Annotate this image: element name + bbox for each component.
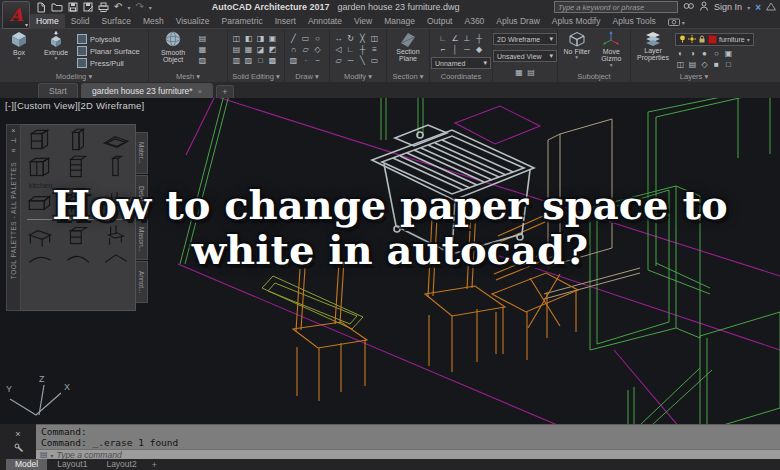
- thicken-icon[interactable]: ▦: [243, 45, 254, 55]
- save-as-icon[interactable]: [83, 2, 93, 12]
- close-icon[interactable]: ×: [198, 87, 203, 96]
- ribbon-tab-aplus-draw[interactable]: Aplus Draw: [490, 14, 545, 28]
- polygon-icon[interactable]: ◇: [312, 45, 323, 55]
- undo-dropdown-icon[interactable]: ▾: [127, 4, 130, 11]
- ribbon-tab-parametric[interactable]: Parametric: [216, 14, 269, 28]
- kitchen-worktop-block[interactable]: [101, 127, 131, 154]
- layer-off-icon[interactable]: ○: [711, 49, 722, 59]
- named-ucs-dropdown[interactable]: Unnamed▾: [431, 57, 491, 69]
- kitchen-tall-unit-block[interactable]: [63, 127, 93, 154]
- fillet-icon[interactable]: ∟: [345, 45, 356, 55]
- render-preset-button[interactable]: ▾: [662, 18, 691, 28]
- redo-icon[interactable]: ↷: [135, 2, 143, 12]
- extrude-faces-icon[interactable]: ◩: [267, 45, 278, 55]
- panel-label-subobject[interactable]: Subobject: [558, 72, 630, 82]
- a360-icon[interactable]: [766, 2, 776, 13]
- smooth-less-icon[interactable]: ▦: [197, 45, 208, 55]
- move-icon[interactable]: ↔: [333, 34, 344, 44]
- layer-unlock-icon[interactable]: □: [723, 60, 734, 70]
- refine-mesh-icon[interactable]: ▨: [197, 56, 208, 66]
- presspull-button[interactable]: Press/Pull: [77, 58, 140, 68]
- taper-faces-icon[interactable]: ◪: [255, 45, 266, 55]
- ribbon-tab-surface[interactable]: Surface: [96, 14, 137, 28]
- undo-icon[interactable]: ↶: [114, 2, 122, 12]
- ribbon-tab-aplus-modify[interactable]: Aplus Modify: [546, 14, 607, 28]
- autohide-icon[interactable]: ⊣: [10, 137, 16, 144]
- stretch-icon[interactable]: ▭: [369, 56, 380, 66]
- panel-label-draw[interactable]: Draw ▾: [285, 72, 329, 82]
- plot-icon[interactable]: [98, 2, 109, 12]
- mirror-icon[interactable]: ◁: [333, 45, 344, 55]
- array-icon[interactable]: ┼: [357, 45, 368, 55]
- arc-icon[interactable]: ∩: [288, 45, 299, 55]
- spline-icon[interactable]: ~: [312, 56, 323, 66]
- close-icon[interactable]: ×: [11, 127, 15, 134]
- slice-icon[interactable]: ▤: [231, 45, 242, 55]
- subtract-icon[interactable]: ◧: [243, 34, 254, 44]
- command-window[interactable]: Command: Command: _.erase 1 found ▤ ▾ Ty…: [36, 424, 780, 459]
- ribbon-tab-mesh[interactable]: Mesh: [137, 14, 170, 28]
- layout-tab-layout2[interactable]: Layout2: [97, 459, 145, 470]
- ucs-icon[interactable]: ∟: [438, 34, 449, 44]
- panel-label-mesh[interactable]: Mesh ▾: [149, 72, 227, 82]
- qat-customize-icon[interactable]: ▾: [149, 4, 152, 11]
- panel-label-section[interactable]: Section ▾: [387, 72, 429, 82]
- line-icon[interactable]: ╱: [288, 34, 299, 44]
- kitchen-cabinet-block[interactable]: [25, 127, 55, 154]
- imprint-icon[interactable]: ▣: [267, 34, 278, 44]
- drawing-area[interactable]: [-][Custom View][2D Wireframe] × ⊣ ≡ TOO…: [0, 98, 780, 424]
- search-input[interactable]: [554, 1, 678, 13]
- new-layout-button[interactable]: +: [147, 460, 162, 470]
- smooth-more-icon[interactable]: ▤: [197, 34, 208, 44]
- circle-icon[interactable]: ○: [312, 34, 323, 44]
- layer-dropdown[interactable]: furniture ▾: [675, 33, 754, 46]
- layer-on-icon[interactable]: ▣: [723, 49, 734, 59]
- rotate-icon[interactable]: ↻: [345, 34, 356, 44]
- shell-icon[interactable]: ▨: [243, 56, 254, 66]
- new-drawing-tab-button[interactable]: +: [216, 85, 233, 98]
- layer-lock-icon[interactable]: [698, 35, 706, 44]
- visual-style-dropdown[interactable]: 2D Wireframe▾: [493, 33, 557, 45]
- interference-icon[interactable]: ▩: [267, 56, 278, 66]
- panel-label-solid-editing[interactable]: Solid Editing ▾: [228, 72, 284, 82]
- ucs-y-icon[interactable]: ─: [462, 45, 473, 55]
- planar-surface-button[interactable]: Planar Surface: [77, 46, 140, 56]
- file-tab-start[interactable]: Start: [38, 83, 78, 98]
- ribbon-tab-output[interactable]: Output: [421, 14, 459, 28]
- properties-icon[interactable]: ≡: [11, 147, 15, 154]
- copy-icon[interactable]: ◫: [369, 34, 380, 44]
- rectangle-icon[interactable]: ▭: [300, 34, 311, 44]
- layer-unisolate-icon[interactable]: ◑: [687, 49, 698, 59]
- named-view-dropdown[interactable]: Unsaved View▾: [493, 50, 557, 62]
- offset-icon[interactable]: ≡: [369, 45, 380, 55]
- ucs-zaxis-icon[interactable]: ┼: [474, 34, 485, 44]
- extend-icon[interactable]: ─: [345, 56, 356, 66]
- smooth-object-button[interactable]: Smooth Object: [152, 31, 194, 64]
- ribbon-tab-insert[interactable]: Insert: [269, 14, 302, 28]
- layer-isolate-icon[interactable]: ◐: [675, 49, 686, 59]
- layer-lock-icon[interactable]: ■: [711, 60, 722, 70]
- recent-commands-icon[interactable]: ▾: [51, 452, 54, 459]
- polysolid-button[interactable]: Polysolid: [77, 34, 140, 44]
- intersect-icon[interactable]: ◨: [255, 34, 266, 44]
- layer-properties-button[interactable]: Layer Properties: [634, 31, 672, 62]
- open-file-icon[interactable]: [51, 2, 63, 12]
- layer-walk-icon[interactable]: ◇: [699, 60, 710, 70]
- ucs-origin-icon[interactable]: ⊥: [462, 34, 473, 44]
- layer-freeze-icon[interactable]: ●: [699, 49, 710, 59]
- no-filter-button[interactable]: No Filter▾: [561, 31, 593, 61]
- new-file-icon[interactable]: [36, 2, 46, 13]
- ucs-3point-icon[interactable]: ⌐: [438, 45, 449, 55]
- layer-color-swatch[interactable]: [708, 35, 717, 44]
- box-button[interactable]: Box▾: [3, 31, 35, 62]
- application-menu-button[interactable]: A ▾: [2, 1, 30, 29]
- ribbon-tab-a360[interactable]: A360: [458, 14, 490, 28]
- close-icon[interactable]: ×: [15, 430, 20, 439]
- layout-tab-layout1[interactable]: Layout1: [48, 459, 96, 470]
- layer-on-bulb-icon[interactable]: [679, 35, 686, 44]
- search-icon[interactable]: [683, 2, 694, 13]
- trim-icon[interactable]: ╲: [357, 56, 368, 66]
- move-gizmo-button[interactable]: Move Gizmo▾: [596, 31, 628, 68]
- ribbon-tab-annotate[interactable]: Annotate: [302, 14, 348, 28]
- layout-tab-model[interactable]: Model: [6, 459, 47, 470]
